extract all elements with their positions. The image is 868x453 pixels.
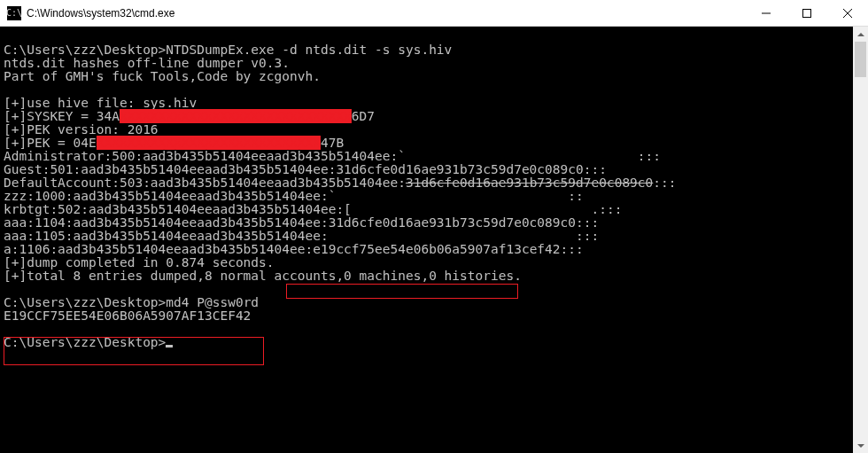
output-line: a:1106:aad3b435b51404eeaad3b435b51404ee:: [4, 242, 313, 256]
output-line-struck: 31d6cfe0d16ae931b73c59d7e0c089c0: [406, 176, 653, 190]
output-line: Part of GMH's fuck Tools,Code by zcgonvh…: [4, 69, 321, 83]
output-line: aaa:1104:aad3b435b51404eeaad3b435b51404e…: [4, 215, 599, 230]
terminal-output[interactable]: C:\Users\zzz\Desktop>NTDSDumpEx.exe -d n…: [0, 27, 853, 453]
output-line: ntds.dit hashes off-line dumper v0.3.: [4, 56, 290, 70]
prompt: C:\Users\zzz\Desktop>: [4, 295, 166, 309]
svg-marker-4: [857, 33, 864, 36]
scroll-up-button[interactable]: [853, 27, 868, 42]
scroll-track[interactable]: [853, 42, 868, 438]
svg-marker-5: [857, 444, 864, 448]
output-line: [+]SYSKEY = 34A: [4, 109, 120, 123]
output-line: Guest:501:aad3b435b51404eeaad3b435b51404…: [4, 162, 607, 176]
output-line: DefaultAccount:503:aad3b435b51404eeaad3b…: [4, 176, 406, 190]
output-line: [+]PEK version: 2016: [4, 122, 159, 137]
output-line: :::: [561, 242, 584, 256]
window-titlebar: C:\ C:\Windows\system32\cmd.exe: [0, 0, 868, 27]
window-controls: [746, 0, 868, 26]
output-line: :::: [653, 176, 676, 190]
close-button[interactable]: [827, 0, 868, 26]
command-text: NTDSDumpEx.exe -d ntds.dit -s sys.hiv: [166, 43, 452, 57]
redacted-text: XXXXXXXXXXXXXXXXXXXXXXXXXXXXXX: [120, 109, 352, 123]
vertical-scrollbar[interactable]: [853, 27, 868, 453]
cursor: [166, 345, 173, 348]
output-line: [+]PEK = 04E: [4, 136, 97, 150]
output-line: 47B: [321, 136, 344, 150]
scroll-thumb[interactable]: [855, 42, 866, 77]
maximize-button[interactable]: [787, 0, 827, 26]
cmd-icon: C:\: [7, 6, 21, 20]
command-text: md4 P@ssw0rd: [166, 295, 259, 309]
prompt: C:\Users\zzz\Desktop>: [4, 43, 166, 57]
output-line: [+]total 8 entries dumped,8 normal accou…: [4, 269, 522, 283]
output-line: 6D7: [352, 109, 375, 123]
prompt: C:\Users\zzz\Desktop>: [4, 335, 166, 349]
output-line: E19CCF75EE54E06B06A5907AF13CEF42: [4, 309, 251, 323]
highlight-box-hash: [286, 284, 518, 299]
svg-rect-1: [803, 9, 811, 17]
highlighted-hash: e19ccf75ee54e06b06a5907af13cef42: [313, 242, 560, 256]
terminal-container: C:\Users\zzz\Desktop>NTDSDumpEx.exe -d n…: [0, 27, 868, 453]
output-line: Administrator:500:aad3b435b51404eeaad3b4…: [4, 149, 661, 163]
output-line: zzz:1000:aad3b435b51404eeaad3b435b51404e…: [4, 189, 584, 203]
output-line: [+]use hive file: sys.hiv: [4, 96, 197, 110]
window-title: C:\Windows\system32\cmd.exe: [27, 7, 746, 20]
scroll-down-button[interactable]: [853, 438, 868, 453]
output-line: krbtgt:502:aad3b435b51404eeaad3b435b5140…: [4, 202, 622, 216]
minimize-button[interactable]: [746, 0, 787, 26]
output-line: [+]dump completed in 0.874 seconds.: [4, 255, 275, 269]
output-line: aaa:1105:aad3b435b51404eeaad3b435b51404e…: [4, 229, 599, 243]
redacted-text: XXXXXXXXXXXXXXXXXXXXXXXXXXXXX: [97, 136, 321, 150]
